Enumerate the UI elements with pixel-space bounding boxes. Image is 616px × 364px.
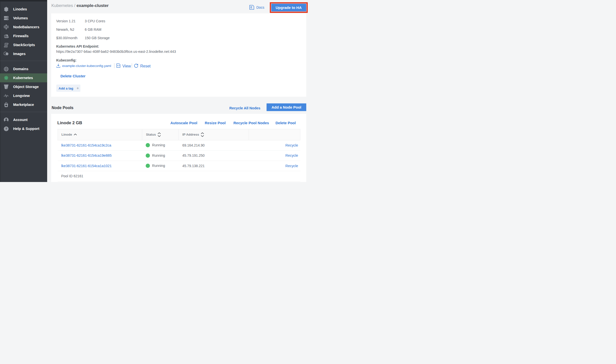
svg-text:?: ? bbox=[5, 127, 7, 131]
